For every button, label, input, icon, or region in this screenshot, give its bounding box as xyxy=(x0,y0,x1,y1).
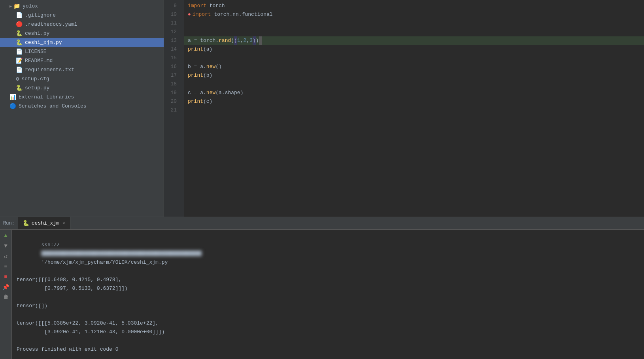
console-line-tensor1-1: tensor([[[0.6498, 0.4215, 0.4978], xyxy=(17,276,639,284)
sidebar-item-ceshi-xjm[interactable]: 🐍 ceshi_xjm.py xyxy=(0,38,164,47)
python-selected-icon: 🐍 xyxy=(16,39,23,46)
code-line-9: import torch xyxy=(184,2,644,10)
tab-python-icon: 🐍 xyxy=(23,220,29,227)
fn-new-b: new xyxy=(206,62,215,71)
sidebar-item-scratches[interactable]: 🔵 Scratches and Consoles xyxy=(0,102,164,111)
console-line-tensor3-1: tensor([[[5.0385e+22, 3.0920e-41, 5.0301… xyxy=(17,319,639,328)
ssh-path: '/home/xjm/xjm_pycharm/YOLOX/ceshi_xjm.p… xyxy=(41,259,168,265)
sidebar-item-yolox[interactable]: ▶ 📁 yolox xyxy=(0,2,164,11)
scroll-up-button[interactable]: ▲ xyxy=(2,231,10,240)
scroll-down-button[interactable]: ▼ xyxy=(2,242,10,250)
code-line-16: b = a.new() xyxy=(184,62,644,71)
code-line-11 xyxy=(184,19,644,28)
paren-close: ) xyxy=(256,36,259,45)
console-line-blank2 xyxy=(17,310,639,319)
line-num-9: 9 xyxy=(164,2,180,10)
fn-rand: rand xyxy=(219,36,231,45)
breakpoint-icon: ● xyxy=(188,10,191,19)
sidebar-item-readthedocs[interactable]: 🔴 .readthedocs.yaml xyxy=(0,20,164,29)
bottom-tab-ceshi-xjm[interactable]: 🐍 ceshi_xjm × xyxy=(18,217,70,229)
code-line-17: print(b) xyxy=(184,71,644,80)
line-numbers: 9 10 11 12 13 14 15 16 17 18 19 20 21 xyxy=(164,0,184,217)
stop-button[interactable]: ■ xyxy=(2,272,10,281)
code-view: 9 10 11 12 13 14 15 16 17 18 19 20 21 im… xyxy=(164,0,644,217)
torch-rand: torch. xyxy=(200,36,219,45)
console-line-blank1 xyxy=(17,293,639,302)
var-a: a xyxy=(188,36,191,45)
code-line-15 xyxy=(184,54,644,62)
cfg-icon: ⚙ xyxy=(16,76,19,82)
scratches-icon: 🔵 xyxy=(9,103,16,110)
external-libs-icon: 📊 xyxy=(9,94,16,100)
license-icon: 📄 xyxy=(16,48,23,55)
requirements-icon: 📄 xyxy=(16,66,23,73)
num-1: 1 xyxy=(237,36,240,45)
code-line-21 xyxy=(184,106,644,115)
code-line-10: ●import torch.nn.functional xyxy=(184,10,644,19)
code-content[interactable]: import torch ●import torch.nn.functional… xyxy=(184,0,644,217)
keyword-import2: import xyxy=(193,10,211,19)
file-icon: 📄 xyxy=(16,12,23,19)
code-line-12 xyxy=(184,28,644,36)
code-line-19: c = a.new(a.shape) xyxy=(184,89,644,97)
bottom-tabs: Run: 🐍 ceshi_xjm × xyxy=(0,217,644,230)
sidebar-item-license[interactable]: 📄 LICENSE xyxy=(0,47,164,56)
sidebar-item-requirements[interactable]: 📄 requirements.txt xyxy=(0,65,164,74)
trash-button[interactable]: 🗑 xyxy=(2,293,10,302)
console-line-blank3 xyxy=(17,336,639,345)
python-icon: 🐍 xyxy=(16,30,23,37)
line-num-15: 15 xyxy=(164,54,180,62)
var-b: b xyxy=(188,62,191,71)
console-line-process: Process finished with exit code 0 xyxy=(17,345,639,354)
readme-icon: 📝 xyxy=(16,57,23,64)
line-num-11: 11 xyxy=(164,19,180,28)
console-line-tensor3-2: [3.0920e-41, 1.1210e-43, 0.0000e+00]]]) xyxy=(17,328,639,336)
sidebar-item-setup-cfg[interactable]: ⚙ setup.cfg xyxy=(0,74,164,83)
line-num-21: 21 xyxy=(164,106,180,115)
setup-python-icon: 🐍 xyxy=(16,85,23,91)
module-torch-nn: torch.nn.functional xyxy=(214,10,272,19)
console-line-tensor2: tensor([]) xyxy=(17,302,639,310)
line-num-17: 17 xyxy=(164,71,180,80)
bottom-panel-body: ▲ ▼ ↺ ≡ ■ 📌 🗑 ssh:// ███████████████████… xyxy=(0,230,644,359)
line-num-10: 10 xyxy=(164,10,180,19)
pin-button[interactable]: 📌 xyxy=(2,283,10,291)
paren-open: ( xyxy=(231,36,234,45)
num-2: 2 xyxy=(244,36,247,45)
arrow-icon: ▶ xyxy=(9,4,12,9)
line-num-20: 20 xyxy=(164,97,180,106)
line-num-12: 12 xyxy=(164,28,180,36)
sidebar-item-ceshi[interactable]: 🐍 ceshi.py xyxy=(0,29,164,38)
console-output[interactable]: ssh:// █████████████████████████████████… xyxy=(12,230,644,359)
line-num-18: 18 xyxy=(164,80,180,89)
rerun-button[interactable]: ↺ xyxy=(2,252,10,261)
main-area: ▶ 📁 yolox 📄 .gitignore 🔴 .readthedocs.ya… xyxy=(0,0,644,217)
list-button[interactable]: ≡ xyxy=(2,262,10,271)
line-num-14: 14 xyxy=(164,45,180,54)
editor-area: 9 10 11 12 13 14 15 16 17 18 19 20 21 im… xyxy=(164,0,644,217)
line-num-16: 16 xyxy=(164,62,180,71)
sidebar-item-gitignore[interactable]: 📄 .gitignore xyxy=(0,11,164,20)
sidebar-item-setup-py[interactable]: 🐍 setup.py xyxy=(0,83,164,93)
var-c: c xyxy=(188,89,191,97)
code-line-14: print(a) xyxy=(184,45,644,54)
run-toolbar: ▲ ▼ ↺ ≡ ■ 📌 🗑 xyxy=(0,230,12,359)
ssh-label: ssh:// xyxy=(41,242,60,248)
code-line-13: a = torch.rand((1,2,3)) xyxy=(184,36,644,45)
fn-new-c: new xyxy=(206,89,215,97)
cursor xyxy=(259,36,262,45)
console-line-ssh: ssh:// █████████████████████████████████… xyxy=(17,232,639,276)
yaml-icon: 🔴 xyxy=(16,21,23,28)
sidebar-item-external-libs[interactable]: 📊 External Libraries xyxy=(0,93,164,102)
code-line-18 xyxy=(184,80,644,89)
tab-close-button[interactable]: × xyxy=(62,221,65,226)
line-num-19: 19 xyxy=(164,89,180,97)
code-line-20: print(c) xyxy=(184,97,644,106)
run-label: Run: xyxy=(0,221,18,226)
eq-sign: = xyxy=(194,36,197,45)
module-torch: torch xyxy=(210,2,225,10)
sidebar-item-readme[interactable]: 📝 README.md xyxy=(0,56,164,65)
console-line-tensor1-2: [0.7997, 0.5133, 0.6372]]]) xyxy=(17,284,639,293)
fn-print-c: print xyxy=(188,97,203,106)
bottom-panel: Run: 🐍 ceshi_xjm × ▲ ▼ ↺ ≡ ■ 📌 🗑 ssh:// … xyxy=(0,217,644,359)
